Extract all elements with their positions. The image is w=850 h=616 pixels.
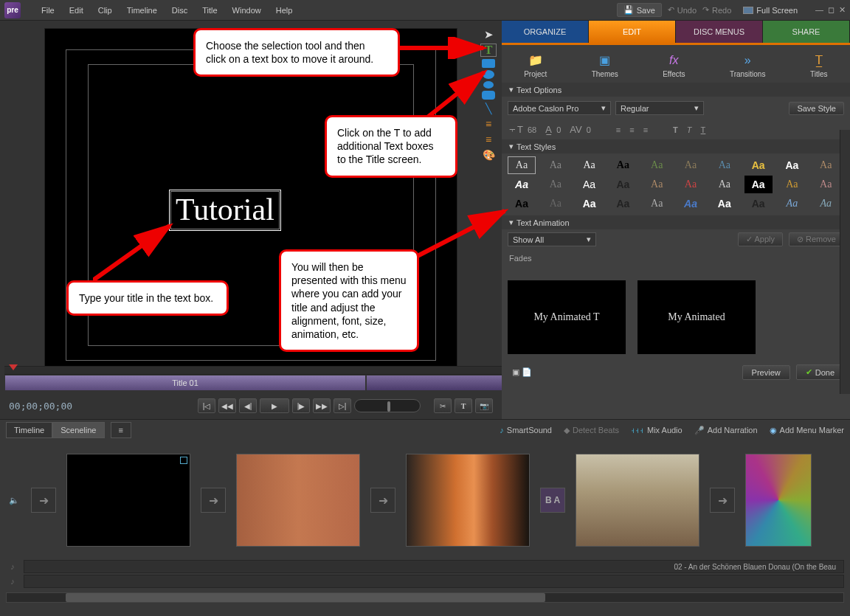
title-textbox[interactable]: Tutorial	[170, 191, 280, 229]
text-style-swatch[interactable]: Aa	[677, 156, 705, 174]
menu-help[interactable]: Help	[270, 3, 299, 18]
text-style-swatch[interactable]: Aa	[643, 156, 671, 174]
split-clip-button[interactable]: ✂	[434, 398, 452, 413]
underline-button[interactable]: T	[701, 125, 706, 134]
transition-slot[interactable]: ➜	[710, 488, 735, 513]
text-style-swatch[interactable]: Aa	[744, 195, 773, 212]
smartsound-button[interactable]: ♪SmartSound	[500, 426, 552, 435]
scene-clip-4[interactable]	[576, 454, 699, 547]
sceneline-tab[interactable]: Sceneline	[52, 422, 104, 438]
panel-menu-button[interactable]: ≡	[111, 422, 131, 438]
text-style-swatch[interactable]: Aa	[542, 176, 570, 193]
done-button[interactable]: ✔Done	[796, 364, 844, 380]
text-style-swatch[interactable]: Aa	[812, 176, 840, 193]
subtab-project[interactable]: 📁Project	[524, 53, 547, 78]
minimize-button[interactable]: —	[815, 5, 823, 15]
remove-button[interactable]: ⊘ Remove	[789, 232, 844, 246]
subtab-titles[interactable]: T̲Titles	[810, 53, 828, 78]
tab-share[interactable]: SHARE	[763, 21, 850, 43]
animation-preview-2[interactable]: My Animated	[638, 280, 756, 354]
mix-audio-button[interactable]: ⫞⫞⫞Mix Audio	[631, 426, 683, 435]
goto-in-button[interactable]: |◁	[198, 398, 215, 413]
audio-track-2[interactable]	[24, 575, 844, 588]
fullscreen-button[interactable]: Full Screen	[737, 4, 804, 16]
text-styles-header[interactable]: ▾Text Styles	[502, 139, 850, 153]
bold-button[interactable]: T	[673, 125, 678, 134]
scene-clip-3[interactable]	[406, 454, 530, 547]
text-style-swatch[interactable]: Aa	[812, 195, 840, 212]
transition-applied[interactable]: B A	[540, 488, 565, 513]
tab-disc-menus[interactable]: DISC MENUS	[676, 21, 763, 43]
timeline-clip[interactable]: Title 01	[4, 375, 366, 391]
transition-slot[interactable]: ➜	[201, 488, 226, 513]
text-options-header[interactable]: ▾Text Options	[502, 83, 850, 97]
scrollbar-thumb[interactable]	[66, 593, 545, 602]
subtab-themes[interactable]: ▣Themes	[592, 53, 618, 78]
text-style-swatch[interactable]: Aa	[778, 195, 806, 212]
narration-track-icon[interactable]: ♪	[6, 575, 19, 588]
text-style-swatch[interactable]: Aa	[711, 195, 739, 212]
text-style-swatch[interactable]: Aa	[643, 195, 671, 212]
timeline-empty[interactable]	[366, 375, 506, 391]
align-left-button[interactable]: ≡	[616, 125, 621, 134]
color-picker-tool[interactable]: 🎨	[480, 148, 497, 162]
menu-disc[interactable]: Disc	[166, 3, 193, 18]
add-menu-marker-button[interactable]: ◉Add Menu Marker	[770, 426, 844, 435]
menu-title[interactable]: Title	[196, 3, 223, 18]
sceneline-scrollbar[interactable]	[6, 592, 844, 603]
align-right-button[interactable]: ≡	[643, 125, 648, 134]
text-style-swatch[interactable]: Aa	[677, 176, 705, 193]
text-style-swatch[interactable]: Aa	[677, 195, 705, 212]
text-style-swatch[interactable]: Aa	[778, 156, 806, 174]
add-narration-button[interactable]: 🎤Add Narration	[694, 426, 758, 435]
goto-out-button[interactable]: ▷|	[334, 398, 351, 413]
text-style-swatch[interactable]: Aa	[812, 156, 840, 174]
apply-button[interactable]: ✓ Apply	[738, 232, 783, 246]
menu-clip[interactable]: Clip	[92, 3, 118, 18]
transition-slot[interactable]: ➜	[31, 488, 56, 513]
subtab-effects[interactable]: fxEffects	[663, 53, 685, 78]
tab-organize[interactable]: ORGANIZE	[502, 21, 589, 43]
freeze-frame-button[interactable]: 📷	[475, 398, 493, 413]
scene-clip-2[interactable]	[236, 454, 360, 547]
align-right-btn[interactable]: ≡	[480, 133, 497, 146]
text-style-swatch[interactable]: Aa	[576, 195, 604, 212]
text-style-swatch[interactable]: Aa	[542, 195, 570, 212]
step-back-button[interactable]: ◀|	[239, 398, 257, 413]
animation-filter-dropdown[interactable]: Show All▾	[508, 232, 596, 246]
text-style-swatch[interactable]: Aa	[542, 156, 570, 174]
text-style-swatch[interactable]: Aa	[576, 176, 604, 193]
text-style-swatch[interactable]: Aa	[609, 195, 637, 212]
undo-button[interactable]: ↶ Undo	[668, 5, 697, 15]
text-style-swatch[interactable]: Aa	[609, 176, 637, 193]
leading-input[interactable]: 0	[556, 125, 561, 134]
text-style-swatch[interactable]: Aa	[609, 156, 637, 174]
text-style-swatch[interactable]: Aa	[508, 176, 536, 193]
panel-scrollbar[interactable]	[840, 130, 850, 394]
kerning-input[interactable]: 0	[587, 125, 591, 134]
redo-button[interactable]: ↷ Redo	[702, 5, 731, 15]
playhead-icon[interactable]	[9, 364, 18, 370]
play-button[interactable]: ▶	[260, 398, 289, 413]
subtab-transitions[interactable]: »Transitions	[730, 53, 766, 78]
animation-preview-1[interactable]: My Animated T	[508, 280, 626, 354]
preview-button[interactable]: Preview	[742, 365, 790, 380]
align-center-button[interactable]: ≡	[629, 125, 634, 134]
menu-edit[interactable]: Edit	[63, 3, 89, 18]
text-style-swatch[interactable]: Aa	[508, 156, 536, 174]
detect-beats-button[interactable]: ◆Detect Beats	[564, 426, 619, 435]
transition-slot[interactable]: ➜	[370, 488, 395, 513]
scene-clip-5[interactable]	[745, 454, 812, 547]
font-weight-dropdown[interactable]: Regular▾	[615, 101, 704, 115]
font-family-dropdown[interactable]: Adobe Caslon Pro▾	[508, 101, 611, 115]
maximize-button[interactable]: ◻	[828, 5, 835, 15]
text-style-swatch[interactable]: Aa	[711, 176, 739, 193]
audio-track-icon[interactable]: ♪	[6, 560, 19, 573]
timeline-tab[interactable]: Timeline	[6, 422, 52, 438]
ffwd-button[interactable]: ▶▶	[313, 398, 331, 413]
shuttle-slider[interactable]	[354, 399, 421, 412]
menu-window[interactable]: Window	[227, 3, 267, 18]
close-button[interactable]: ✕	[839, 5, 846, 15]
text-animation-header[interactable]: ▾Text Animation	[502, 215, 850, 229]
save-button[interactable]: 💾 Save	[617, 3, 662, 17]
